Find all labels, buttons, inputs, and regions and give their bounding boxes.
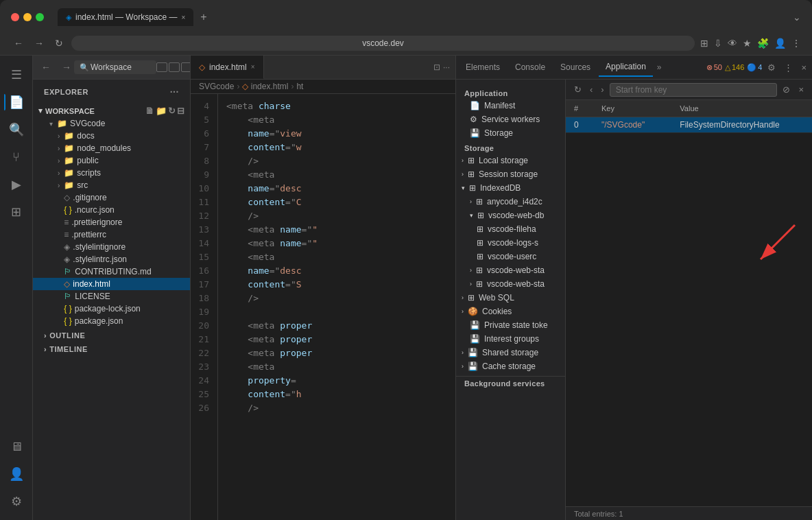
tab-application[interactable]: Application [599,58,653,77]
next-btn[interactable]: › [598,83,606,96]
tab-sources[interactable]: Sources [553,58,597,76]
new-file-btn[interactable]: 🗎 [145,106,154,116]
profile-button[interactable]: 👤 [774,38,786,49]
tab-console[interactable]: Console [508,58,552,76]
tree-item-package-lock[interactable]: › { } package-lock.json [33,303,190,315]
address-bar[interactable] [71,36,695,51]
tab-elements[interactable]: Elements [459,58,507,76]
collapse-btn[interactable]: ⊟ [177,106,184,116]
timeline-section[interactable]: › TIMELINE [33,341,190,355]
minimize-traffic-light[interactable] [23,13,32,21]
tree-item-package-json[interactable]: › { } package.json [33,315,190,327]
app-sidebar-vscode-logs[interactable]: ⊞ vscode-logs-s [456,236,565,250]
maximize-traffic-light[interactable] [36,13,44,21]
browser-tab-close[interactable]: × [182,14,186,21]
code-editor[interactable]: 45678 910111213 1415161718 1920212223 24… [191,94,455,520]
app-sidebar-indexeddb[interactable]: ▾ ⊞ IndexedDB [456,181,565,195]
devtools-close-btn[interactable]: × [798,61,809,74]
activity-account[interactable]: 👤 [4,462,29,486]
explorer-more-btn[interactable]: ··· [170,86,179,97]
app-sidebar-local-storage[interactable]: › ⊞ Local storage [456,154,565,167]
download-button[interactable]: ⇩ [714,38,722,49]
activity-remote[interactable]: 🖥 [4,434,29,459]
tree-item-public[interactable]: › 📁 public [33,154,190,167]
app-sidebar-vscode-fileha[interactable]: ⊞ vscode-fileha [456,222,565,236]
app-sidebar-web-sql[interactable]: › ⊞ Web SQL [456,291,565,305]
tree-item-node-modules[interactable]: › 📁 node_modules [33,142,190,154]
code-content[interactable]: <meta charse <meta name="view content="w… [218,94,455,520]
sidebar-back-btn[interactable]: ← [38,60,53,74]
app-sidebar-interest-groups[interactable]: 💾 Interest groups [456,332,565,346]
tree-item-contributing[interactable]: › 🏳 CONTRIBUTING.md [33,265,190,278]
editor-tab-close[interactable]: × [251,63,255,71]
tree-item-prettierignore[interactable]: › ≡ .prettierignore [33,216,190,228]
browser-menu-button[interactable]: ⌄ [793,12,801,23]
tree-item-gitignore[interactable]: › ◇ .gitignore [33,191,190,204]
bookmark-button[interactable]: ★ [743,38,752,49]
layout-icon-3[interactable] [181,62,191,72]
tab-more-btn[interactable]: » [654,60,665,75]
breadcrumb-tag[interactable]: ht [296,82,303,91]
browser-more-button[interactable]: ⋮ [791,38,801,49]
devtools-settings-btn[interactable]: ⚙ [765,61,778,74]
app-sidebar-vscode-web-sta1[interactable]: › ⊞ vscode-web-sta [456,263,565,277]
app-sidebar-service-workers[interactable]: ⚙ Service workers [456,113,565,126]
activity-run[interactable]: ▶ [4,172,29,197]
new-folder-btn[interactable]: 📁 [156,106,167,116]
layout-icon-1[interactable] [156,62,167,72]
new-tab-button[interactable]: + [196,11,211,23]
eye-off-button[interactable]: 👁 [728,38,737,49]
activity-settings[interactable]: ⚙ [4,489,29,514]
devtools-more-btn[interactable]: ⋮ [781,61,796,74]
app-sidebar-private-state[interactable]: 💾 Private state toke [456,318,565,332]
outline-section[interactable]: › OUTLINE [33,327,190,341]
app-sidebar-session-storage[interactable]: › ⊞ Session storage [456,167,565,181]
tree-item-ncurc[interactable]: › { } .ncurc.json [33,204,190,216]
activity-menu[interactable]: ☰ [4,62,29,87]
tree-item-license[interactable]: › 🏳 LICENSE [33,290,190,303]
forward-button[interactable]: → [32,36,47,50]
breadcrumb-file[interactable]: ◇ index.html [242,82,288,91]
layout-icon-2[interactable] [169,62,180,72]
tree-item-src[interactable]: › 📁 src [33,179,190,191]
close-pane-btn[interactable]: × [796,83,807,96]
clear-filter-btn[interactable]: ⊘ [780,83,793,96]
activity-search[interactable]: 🔍 [4,117,29,142]
tree-item-prettierrc[interactable]: › ≡ .prettierrc [33,228,190,241]
back-button[interactable]: ← [11,36,26,50]
refresh-btn[interactable]: ↻ [571,83,584,96]
extension-button[interactable]: 🧩 [757,38,769,49]
app-sidebar-vscode-web-db[interactable]: ▾ ⊞ vscode-web-db [456,209,565,222]
editor-tab-index-html[interactable]: ◇ index.html × [191,56,264,79]
tree-item-docs[interactable]: › 📁 docs [33,130,190,142]
tree-item-scripts[interactable]: › 📁 scripts [33,167,190,179]
table-row[interactable]: 0 "/SVGcode" FileSystemDirectoryHandle [566,117,812,133]
app-sidebar-shared-storage[interactable]: › 💾 Shared storage [456,346,565,359]
split-editor-btn[interactable]: ⊡ [433,62,440,72]
key-filter-input[interactable] [610,83,778,97]
tree-item-index-html[interactable]: › ◇ index.html [33,278,190,290]
activity-explorer[interactable]: 📄 [4,90,29,115]
close-traffic-light[interactable] [11,13,19,21]
app-sidebar-vscode-userc[interactable]: ⊞ vscode-userc [456,250,565,263]
activity-extensions[interactable]: ⊞ [4,200,29,224]
more-actions-btn[interactable]: ··· [443,62,450,72]
active-browser-tab[interactable]: ◈ index.html — Workspace — × [58,8,193,26]
reload-button[interactable]: ↻ [52,36,66,50]
tree-item-stylelintrc[interactable]: › ◈ .stylelintrc.json [33,253,190,265]
app-sidebar-cookies[interactable]: › 🍪 Cookies [456,305,565,318]
app-sidebar-anycode[interactable]: › ⊞ anycode_i4d2c [456,195,565,209]
activity-source-control[interactable]: ⑂ [4,145,29,169]
app-sidebar-storage[interactable]: 💾 Storage [456,126,565,140]
app-sidebar-manifest[interactable]: 📄 Manifest [456,99,565,113]
timeline-label: TIMELINE [49,345,88,353]
app-sidebar-cache-storage[interactable]: › 💾 Cache storage [456,359,565,373]
refresh-explorer-btn[interactable]: ↻ [168,106,176,116]
breadcrumb-svgcode[interactable]: SVGcode [199,82,234,91]
prev-btn[interactable]: ‹ [587,83,595,96]
app-sidebar-vscode-web-sta2[interactable]: › ⊞ vscode-web-sta [456,277,565,291]
tree-item-stylelintignore[interactable]: › ◈ .stylelintignore [33,241,190,253]
sidebar-forward-btn[interactable]: → [59,60,74,74]
cast-button[interactable]: ⊞ [700,38,708,49]
tree-item-svgcode[interactable]: ▾ 📁 SVGcode [33,117,190,130]
